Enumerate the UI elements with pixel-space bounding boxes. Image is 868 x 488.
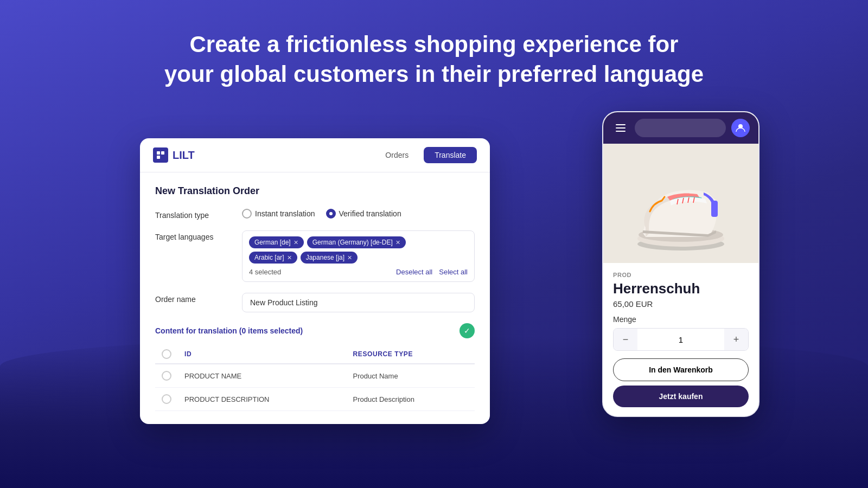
lilt-nav: Orders Translate <box>374 147 477 163</box>
tags-count: 4 selected <box>249 268 281 276</box>
product-info: PROD Herrenschuh 65,00 EUR Menge − 1 + I… <box>603 263 758 416</box>
phone-mockup: PROD Herrenschuh 65,00 EUR Menge − 1 + I… <box>602 111 760 417</box>
select-all-link[interactable]: Select all <box>439 268 468 276</box>
lilt-logo-text: LILT <box>173 149 195 162</box>
translation-type-row: Translation type Instant translation Ver… <box>155 209 475 220</box>
product-image <box>603 144 758 263</box>
verified-translation-option[interactable]: Verified translation <box>326 209 401 219</box>
svg-rect-0 <box>157 151 160 155</box>
add-to-cart-button[interactable]: In den Warenkorb <box>613 358 749 381</box>
verified-radio[interactable] <box>326 209 336 219</box>
order-name-label: Order name <box>155 293 242 304</box>
lilt-panel: LILT Orders Translate New Translation Or… <box>140 138 490 424</box>
tag-japanese-remove[interactable]: ✕ <box>347 254 352 261</box>
row2-resource: Product Description <box>347 388 475 411</box>
ham-line-3 <box>616 131 626 132</box>
row2-id: PRODUCT DESCRIPTION <box>178 388 347 411</box>
instant-radio[interactable] <box>242 209 252 219</box>
product-name: Herrenschuh <box>613 280 749 297</box>
instant-label: Instant translation <box>255 209 315 218</box>
phone-header <box>603 112 758 144</box>
tag-german-de-remove[interactable]: ✕ <box>293 239 298 246</box>
target-languages-value: German [de] ✕ German (Germany) [de-DE] ✕… <box>242 230 475 282</box>
ham-line-1 <box>616 124 626 125</box>
ham-line-2 <box>616 127 626 129</box>
col-checkbox <box>155 345 178 364</box>
instant-translation-option[interactable]: Instant translation <box>242 209 315 219</box>
table-row: PRODUCT NAME Product Name <box>155 364 475 388</box>
row2-checkbox-cell <box>155 388 178 411</box>
order-name-row: Order name <box>155 293 475 312</box>
translate-nav-button[interactable]: Translate <box>424 147 477 163</box>
buy-now-button[interactable]: Jetzt kaufen <box>613 386 749 407</box>
translation-type-label: Translation type <box>155 209 242 220</box>
tags-footer: 4 selected Deselect all Select all <box>249 268 468 276</box>
lilt-icon <box>156 150 165 160</box>
verified-label: Verified translation <box>339 209 401 218</box>
tag-german-de[interactable]: German [de] ✕ <box>249 236 304 248</box>
deselect-all-link[interactable]: Deselect all <box>396 268 432 276</box>
order-name-value <box>242 293 475 312</box>
col-id-header: ID <box>178 345 347 364</box>
quantity-increase-button[interactable]: + <box>724 329 748 350</box>
tag-german-germany-remove[interactable]: ✕ <box>395 239 400 246</box>
col-resource-header: RESOURCE TYPE <box>347 345 475 364</box>
tags-actions: Deselect all Select all <box>396 268 468 276</box>
tag-arabic-remove[interactable]: ✕ <box>287 254 292 261</box>
phone-search-bar[interactable] <box>635 119 726 137</box>
hero-line2: your global customers in their preferred… <box>108 60 760 89</box>
translation-type-options: Instant translation Verified translation <box>242 209 475 219</box>
tags-row-2: Arabic [ar] ✕ Japanese [ja] ✕ <box>249 252 468 264</box>
tag-japanese[interactable]: Japanese [ja] ✕ <box>301 252 358 264</box>
hero-line1: Create a frictionless shopping experienc… <box>108 30 760 60</box>
tag-german-germany-text: German (Germany) [de-DE] <box>312 239 393 246</box>
svg-rect-11 <box>711 201 718 217</box>
product-price: 65,00 EUR <box>613 299 749 309</box>
svg-rect-2 <box>157 156 160 159</box>
panel-title: New Translation Order <box>155 185 475 197</box>
quantity-decrease-button[interactable]: − <box>614 329 637 350</box>
tags-container[interactable]: German [de] ✕ German (Germany) [de-DE] ✕… <box>242 230 475 282</box>
lilt-logo: LILT <box>153 147 195 163</box>
tag-japanese-text: Japanese [ja] <box>306 254 344 261</box>
lilt-header: LILT Orders Translate <box>140 138 490 172</box>
row1-resource: Product Name <box>347 364 475 388</box>
orders-nav-button[interactable]: Orders <box>374 147 419 163</box>
lilt-logo-icon <box>153 147 168 163</box>
table-row: PRODUCT DESCRIPTION Product Description <box>155 388 475 411</box>
order-name-input[interactable] <box>242 293 475 312</box>
phone-avatar <box>731 119 750 137</box>
row2-checkbox[interactable] <box>162 394 171 404</box>
tag-arabic[interactable]: Arabic [ar] ✕ <box>249 252 297 264</box>
hero-heading: Create a frictionless shopping experienc… <box>0 30 868 89</box>
target-languages-row: Target languages German [de] ✕ German (G… <box>155 230 475 282</box>
quantity-label: Menge <box>613 315 749 324</box>
content-section: Content for translation (0 items selecte… <box>155 323 475 411</box>
check-icon: ✓ <box>459 323 475 338</box>
tag-german-germany[interactable]: German (Germany) [de-DE] ✕ <box>307 236 406 248</box>
content-table: ID RESOURCE TYPE PRODUCT NAME Product Na… <box>155 345 475 411</box>
hamburger-button[interactable] <box>612 119 629 137</box>
content-title: Content for translation (0 items selecte… <box>155 326 303 335</box>
svg-rect-1 <box>161 151 164 155</box>
tag-arabic-text: Arabic [ar] <box>254 254 284 261</box>
header-checkbox[interactable] <box>162 349 171 359</box>
row1-id: PRODUCT NAME <box>178 364 347 388</box>
target-languages-label: Target languages <box>155 230 242 241</box>
panel-content: New Translation Order Translation type I… <box>140 172 490 424</box>
quantity-control: − 1 + <box>613 328 749 351</box>
quantity-value: 1 <box>637 335 724 344</box>
row1-checkbox[interactable] <box>162 371 171 381</box>
tag-german-de-text: German [de] <box>254 239 291 246</box>
shoe-illustration <box>616 149 746 258</box>
product-category: PROD <box>613 272 749 278</box>
table-header-row: ID RESOURCE TYPE <box>155 345 475 364</box>
tags-row-1: German [de] ✕ German (Germany) [de-DE] ✕ <box>249 236 468 248</box>
content-header: Content for translation (0 items selecte… <box>155 323 475 338</box>
row1-checkbox-cell <box>155 364 178 388</box>
